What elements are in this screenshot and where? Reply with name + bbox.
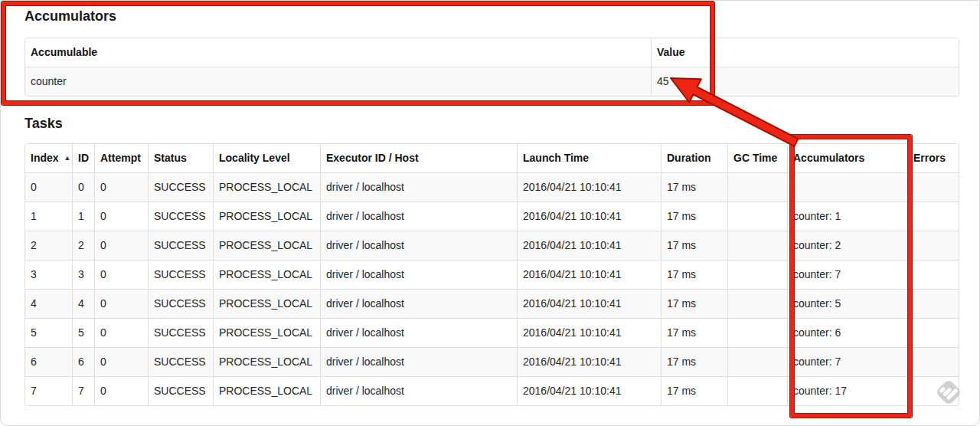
cell-status: SUCCESS: [149, 377, 214, 405]
task-row: 7 7 0 SUCCESS PROCESS_LOCAL driver / loc…: [25, 377, 959, 405]
launch-time-column-header[interactable]: Launch Time: [518, 144, 662, 173]
cell-id: 5: [73, 319, 95, 348]
cell-gc-time: [728, 348, 788, 377]
cell-status: SUCCESS: [149, 231, 214, 261]
executor-host-column-header[interactable]: Executor ID / Host: [321, 144, 518, 173]
cell-id: 4: [73, 290, 95, 319]
cell-locality-level: PROCESS_LOCAL: [214, 348, 321, 377]
cell-index: 3: [25, 261, 73, 290]
cell-index: 0: [25, 173, 73, 202]
cell-launch-time: 2016/04/21 10:10:41: [518, 377, 662, 405]
cell-attempt: 0: [95, 290, 149, 319]
cell-errors: [908, 348, 959, 377]
accumulators-column-header[interactable]: Accumulators: [788, 144, 908, 173]
cell-executor-host: driver / localhost: [321, 290, 518, 319]
cell-status: SUCCESS: [149, 319, 214, 348]
feedly-watermark-icon: [932, 375, 965, 409]
cell-gc-time: [728, 202, 788, 231]
cell-attempt: 0: [95, 261, 149, 290]
accumulators-header-row: Accumulable Value: [25, 38, 959, 67]
index-column-label: Index: [31, 152, 59, 164]
cell-accumulators: counter: 17: [788, 377, 908, 405]
accumulator-row: counter 45: [25, 67, 959, 96]
cell-duration: 17 ms: [662, 377, 728, 405]
cell-attempt: 0: [95, 173, 149, 202]
cell-errors: [908, 290, 959, 319]
cell-id: 6: [73, 348, 95, 377]
cell-accumulators: counter: 7: [788, 348, 908, 377]
cell-duration: 17 ms: [662, 231, 728, 261]
cell-id: 3: [73, 261, 95, 290]
cell-executor-host: driver / localhost: [321, 348, 518, 377]
tasks-heading: Tasks: [24, 115, 959, 132]
cell-accumulators: counter: 1: [788, 202, 908, 231]
task-row: 3 3 0 SUCCESS PROCESS_LOCAL driver / loc…: [25, 261, 959, 290]
cell-duration: 17 ms: [662, 202, 728, 231]
cell-launch-time: 2016/04/21 10:10:41: [518, 231, 662, 261]
cell-executor-host: driver / localhost: [321, 319, 518, 348]
cell-executor-host: driver / localhost: [321, 261, 518, 290]
cell-accumulators: counter: 6: [788, 319, 908, 348]
errors-column-header[interactable]: Errors: [908, 144, 959, 173]
accumulable-column-header[interactable]: Accumulable: [25, 38, 652, 67]
cell-index: 6: [25, 348, 73, 377]
cell-locality-level: PROCESS_LOCAL: [214, 377, 321, 405]
cell-accumulators: counter: 5: [788, 290, 908, 319]
cell-errors: [908, 202, 959, 231]
tasks-header-row: Index▲ ID Attempt Status Locality Level …: [25, 144, 959, 173]
gc-time-column-header[interactable]: GC Time: [728, 144, 788, 173]
tasks-table: Index▲ ID Attempt Status Locality Level …: [24, 143, 959, 406]
cell-status: SUCCESS: [149, 348, 214, 377]
cell-id: 7: [73, 377, 95, 405]
cell-executor-host: driver / localhost: [321, 173, 518, 202]
cell-launch-time: 2016/04/21 10:10:41: [518, 290, 662, 319]
task-row: 0 0 0 SUCCESS PROCESS_LOCAL driver / loc…: [25, 173, 959, 202]
cell-duration: 17 ms: [662, 290, 728, 319]
cell-index: 7: [25, 377, 73, 405]
cell-value: 45: [652, 67, 959, 96]
task-row: 2 2 0 SUCCESS PROCESS_LOCAL driver / loc…: [25, 231, 959, 261]
cell-accumulators: counter: 2: [788, 231, 908, 261]
cell-errors: [908, 261, 959, 290]
cell-locality-level: PROCESS_LOCAL: [214, 261, 321, 290]
cell-accumulators: [788, 173, 908, 202]
stage-detail-content: Accumulators Accumulable Value counter 4…: [24, 8, 959, 406]
task-row: 1 1 0 SUCCESS PROCESS_LOCAL driver / loc…: [25, 202, 959, 231]
cell-locality-level: PROCESS_LOCAL: [214, 319, 321, 348]
duration-column-header[interactable]: Duration: [662, 144, 728, 173]
cell-locality-level: PROCESS_LOCAL: [214, 290, 321, 319]
cell-id: 1: [73, 202, 95, 231]
cell-locality-level: PROCESS_LOCAL: [214, 202, 321, 231]
task-row: 4 4 0 SUCCESS PROCESS_LOCAL driver / loc…: [25, 290, 959, 319]
cell-id: 2: [73, 231, 95, 261]
task-row: 5 5 0 SUCCESS PROCESS_LOCAL driver / loc…: [25, 319, 959, 348]
cell-duration: 17 ms: [662, 173, 728, 202]
cell-executor-host: driver / localhost: [321, 202, 518, 231]
cell-attempt: 0: [95, 377, 149, 405]
locality-level-column-header[interactable]: Locality Level: [214, 144, 321, 173]
cell-locality-level: PROCESS_LOCAL: [214, 173, 321, 202]
cell-locality-level: PROCESS_LOCAL: [214, 231, 321, 261]
cell-gc-time: [728, 377, 788, 405]
cell-index: 2: [25, 231, 73, 261]
cell-launch-time: 2016/04/21 10:10:41: [518, 261, 662, 290]
status-column-header[interactable]: Status: [149, 144, 214, 173]
cell-status: SUCCESS: [149, 173, 214, 202]
cell-index: 1: [25, 202, 73, 231]
cell-status: SUCCESS: [149, 290, 214, 319]
cell-executor-host: driver / localhost: [321, 231, 518, 261]
cell-attempt: 0: [95, 319, 149, 348]
cell-launch-time: 2016/04/21 10:10:41: [518, 202, 662, 231]
cell-attempt: 0: [95, 231, 149, 261]
attempt-column-header[interactable]: Attempt: [95, 144, 149, 173]
accumulators-table: Accumulable Value counter 45: [24, 38, 959, 97]
cell-accumulators: counter: 7: [788, 261, 908, 290]
cell-attempt: 0: [95, 348, 149, 377]
id-column-header[interactable]: ID: [73, 144, 95, 173]
value-column-header[interactable]: Value: [652, 38, 959, 67]
cell-gc-time: [728, 231, 788, 261]
cell-accumulable: counter: [25, 67, 652, 96]
cell-duration: 17 ms: [662, 261, 728, 290]
cell-gc-time: [728, 261, 788, 290]
index-column-header[interactable]: Index▲: [25, 144, 73, 173]
